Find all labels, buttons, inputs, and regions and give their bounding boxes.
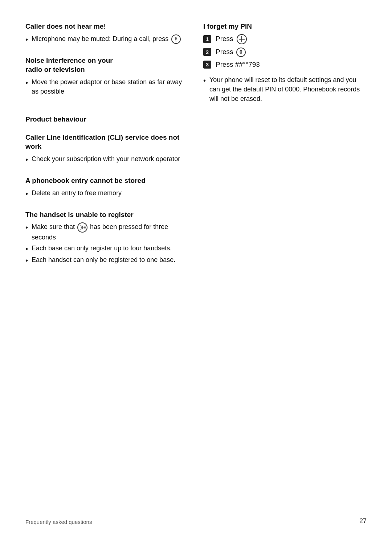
section-handset-register: The handset is unable to register • Make… xyxy=(25,210,189,265)
nav-cross-icon xyxy=(239,36,245,42)
phonebook-text: Delete an entry to free memory xyxy=(32,188,189,198)
cli-heading: Caller Line Identification (CLI) service… xyxy=(25,133,189,151)
bullet-dot: • xyxy=(25,155,28,164)
caller-not-hear-heading: Caller does not hear me! xyxy=(25,22,189,31)
section-pin: I forget my PIN 1 Press xyxy=(203,22,367,104)
bullet-dot: • xyxy=(203,76,206,85)
section-caller-not-hear: Caller does not hear me! • Microphone ma… xyxy=(25,22,189,44)
pin-step-2-text: Press 0 xyxy=(216,47,246,57)
page-number: 27 xyxy=(359,517,367,525)
noise-item-1: • Move the power adaptor or base station… xyxy=(25,77,189,96)
phonebook-list: • Delete an entry to free memory xyxy=(25,188,189,198)
pin-steps-list: 1 Press 2 Press 0 xyxy=(203,34,367,70)
left-column: Caller does not hear me! • Microphone ma… xyxy=(25,22,189,277)
handset-register-item-1: • Make sure that ·)) has been pressed fo… xyxy=(25,222,189,242)
step-num-2: 2 xyxy=(203,48,211,56)
pin-step-1: 1 Press xyxy=(203,34,367,44)
cli-text: Check your subscription with your networ… xyxy=(32,154,189,164)
section-phonebook: A phonebook entry cannot be stored • Del… xyxy=(25,176,189,198)
noise-text: Move the power adaptor or base station a… xyxy=(32,77,189,96)
handset-register-text-3: Each handset can only be registered to o… xyxy=(32,255,189,264)
section-product-behaviour: Product behaviour xyxy=(25,115,189,124)
phonebook-heading: A phonebook entry cannot be stored xyxy=(25,176,189,185)
pin-step-2: 2 Press 0 xyxy=(203,47,367,57)
pin-bullet-list: • Your phone will reset to its default s… xyxy=(203,75,367,103)
bullet-dot: • xyxy=(25,223,28,232)
pin-step-1-text: Press xyxy=(216,34,247,44)
step-num-3: 3 xyxy=(203,61,211,69)
pin-step-3-text: Press ##°°793 xyxy=(216,60,260,70)
section-divider xyxy=(25,108,132,108)
caller-not-hear-text: Microphone may be muted: During a call, … xyxy=(32,34,189,44)
cli-item-1: • Check your subscription with your netw… xyxy=(25,154,189,164)
noise-heading: Noise interference on your radio or tele… xyxy=(25,56,189,74)
menu-nav-icon xyxy=(237,34,247,44)
bullet-dot: • xyxy=(25,35,28,44)
pin-reset-text: Your phone will reset to its default set… xyxy=(209,75,367,103)
phonebook-item-1: • Delete an entry to free memory xyxy=(25,188,189,198)
section-noise: Noise interference on your radio or tele… xyxy=(25,56,189,96)
step-num-1: 1 xyxy=(203,35,211,43)
register-icon: ·)) xyxy=(77,222,87,233)
pin-step-3: 3 Press ##°°793 xyxy=(203,60,367,70)
mute-icon: § xyxy=(171,34,181,44)
right-column: I forget my PIN 1 Press xyxy=(203,22,367,277)
noise-list: • Move the power adaptor or base station… xyxy=(25,77,189,96)
page-footer: Frequently asked questions 27 xyxy=(25,506,367,525)
handset-register-text-2: Each base can only register up to four h… xyxy=(32,243,189,253)
zero-icon: 0 xyxy=(236,48,246,57)
two-column-layout: Caller does not hear me! • Microphone ma… xyxy=(25,22,367,277)
bullet-dot: • xyxy=(25,244,28,254)
handset-register-list: • Make sure that ·)) has been pressed fo… xyxy=(25,222,189,265)
caller-not-hear-item-1: • Microphone may be muted: During a call… xyxy=(25,34,189,44)
cli-list: • Check your subscription with your netw… xyxy=(25,154,189,164)
handset-register-heading: The handset is unable to register xyxy=(25,210,189,219)
pin-bullet-1: • Your phone will reset to its default s… xyxy=(203,75,367,103)
handset-register-item-2: • Each base can only register up to four… xyxy=(25,243,189,254)
bullet-dot: • xyxy=(25,256,28,265)
pin-heading: I forget my PIN xyxy=(203,22,367,31)
section-cli: Caller Line Identification (CLI) service… xyxy=(25,133,189,164)
handset-register-text-1: Make sure that ·)) has been pressed for … xyxy=(32,222,189,242)
product-behaviour-heading: Product behaviour xyxy=(25,115,189,124)
bullet-dot: • xyxy=(25,78,28,87)
footer-label: Frequently asked questions xyxy=(25,519,92,525)
page: Caller does not hear me! • Microphone ma… xyxy=(0,0,392,554)
caller-not-hear-list: • Microphone may be muted: During a call… xyxy=(25,34,189,44)
handset-register-item-3: • Each handset can only be registered to… xyxy=(25,255,189,265)
bullet-dot: • xyxy=(25,189,28,198)
